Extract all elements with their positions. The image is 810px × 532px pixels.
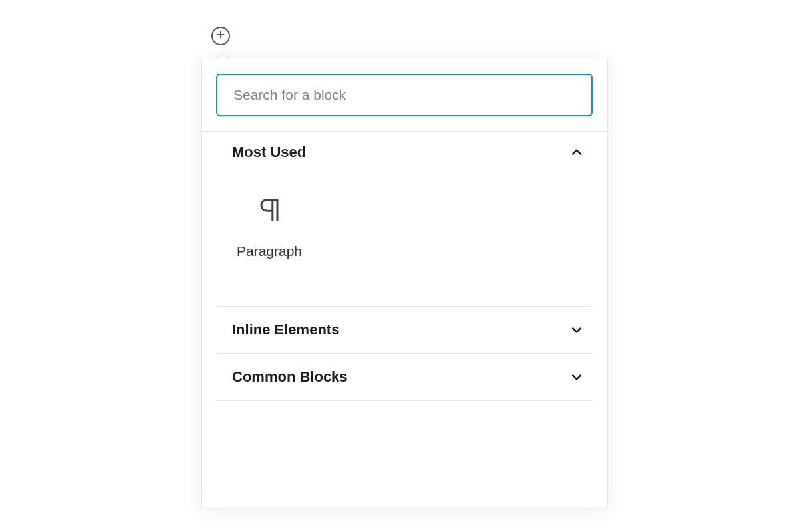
add-block-button[interactable] bbox=[211, 27, 230, 45]
search-container bbox=[202, 59, 607, 132]
chevron-up-icon bbox=[569, 144, 585, 160]
section-header-most-used[interactable]: Most Used bbox=[202, 132, 607, 173]
chevron-down-icon bbox=[569, 369, 585, 385]
bottom-spacer bbox=[216, 400, 593, 507]
plus-icon bbox=[215, 29, 226, 43]
block-label: Paragraph bbox=[237, 243, 302, 259]
chevron-down-icon bbox=[569, 322, 585, 338]
search-input[interactable] bbox=[216, 74, 593, 116]
section-title: Most Used bbox=[232, 144, 306, 161]
section-header-common-blocks[interactable]: Common Blocks bbox=[216, 354, 593, 400]
paragraph-icon bbox=[257, 198, 281, 222]
section-body-most-used: Paragraph bbox=[202, 173, 607, 306]
block-item-paragraph[interactable]: Paragraph bbox=[216, 192, 323, 266]
section-title: Inline Elements bbox=[232, 321, 339, 338]
section-title: Common Blocks bbox=[232, 368, 348, 386]
block-inserter-popover: Most Used Paragraph Inline Elements bbox=[201, 59, 608, 507]
section-header-inline-elements[interactable]: Inline Elements bbox=[216, 307, 593, 353]
